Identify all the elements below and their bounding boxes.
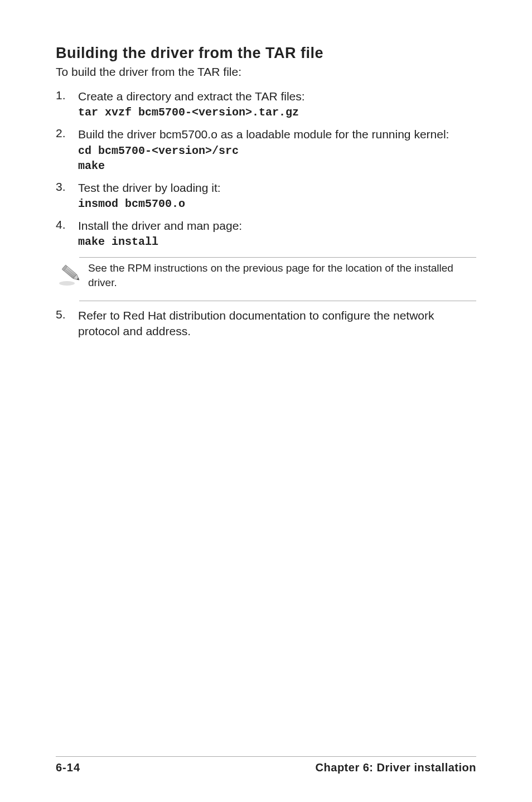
steps-list: 1. Create a directory and extract the TA… [56,89,476,249]
svg-point-0 [59,281,75,286]
step-text: Create a directory and extract the TAR f… [78,89,476,104]
note-pencil-icon [57,261,88,287]
step-1: 1. Create a directory and extract the TA… [56,89,476,120]
note-callout: See the RPM instructions on the previous… [56,258,476,293]
step-number: 1. [56,89,78,120]
step-text: Build the driver bcm5700.o as a loadable… [78,127,476,142]
step-text: Install the driver and man page: [78,218,476,233]
step-body: Install the driver and man page: make in… [78,218,476,249]
steps-list-continued: 5. Refer to Red Hat distribution documen… [56,308,476,339]
step-command: cd bcm5700-<version>/src make [78,143,476,173]
step-command: insmod bcm5700.o [78,196,476,211]
pencil-icon [57,262,84,287]
step-text: Refer to Red Hat distribution documentat… [78,308,476,339]
step-5: 5. Refer to Red Hat distribution documen… [56,308,476,339]
page-footer: 6-14 Chapter 6: Driver installation [56,756,476,774]
step-3: 3. Test the driver by loading it: insmod… [56,180,476,211]
step-number: 4. [56,218,78,249]
step-number: 3. [56,180,78,211]
step-4: 4. Install the driver and man page: make… [56,218,476,249]
step-number: 2. [56,127,78,173]
intro-text: To build the driver from the TAR file: [56,65,476,79]
step-body: Build the driver bcm5700.o as a loadable… [78,127,476,173]
step-command: make install [78,234,476,249]
step-number: 5. [56,308,78,339]
chapter-label: Chapter 6: Driver installation [316,761,476,774]
step-body: Create a directory and extract the TAR f… [78,89,476,120]
step-body: Test the driver by loading it: insmod bc… [78,180,476,211]
step-text: Test the driver by loading it: [78,180,476,195]
section-heading: Building the driver from the TAR file [56,45,476,62]
step-command: tar xvzf bcm5700-<version>.tar.gz [78,105,476,120]
step-body: Refer to Red Hat distribution documentat… [78,308,476,339]
note-separator-bottom [79,301,476,301]
note-text: See the RPM instructions on the previous… [88,261,476,289]
main-content: Building the driver from the TAR file To… [56,45,476,756]
page-number: 6-14 [56,761,80,774]
step-2: 2. Build the driver bcm5700.o as a loada… [56,127,476,173]
